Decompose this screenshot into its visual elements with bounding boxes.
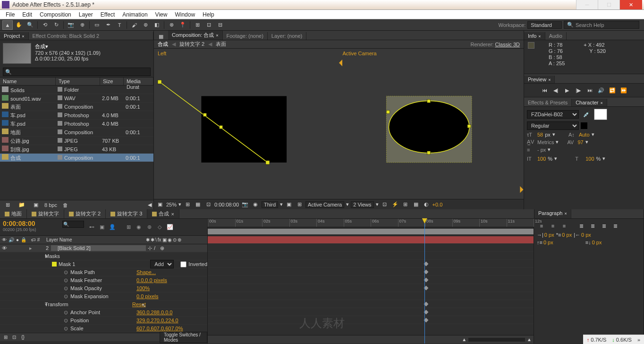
layer-row[interactable]: 👁 ▸ 2 [Black Solid 2] ⊹/⊕ bbox=[0, 244, 207, 252]
local-axis-button[interactable]: ⊞ bbox=[192, 20, 203, 30]
tab-audio[interactable]: Audio bbox=[545, 32, 567, 40]
tab-composition[interactable]: Composition: 合成× bbox=[168, 31, 223, 40]
breadcrumb-item[interactable]: 表面 bbox=[216, 41, 226, 48]
tl-tab-active[interactable]: 合成× bbox=[147, 209, 179, 218]
roto-tool[interactable]: ⊗ bbox=[166, 20, 177, 30]
mask-row[interactable]: ▾ Mask 1 Add Inverted bbox=[0, 260, 207, 268]
reset-exposure-button[interactable]: ◐ bbox=[422, 201, 431, 208]
twirl-button[interactable]: ▸ bbox=[29, 245, 35, 251]
current-time[interactable]: 0:00:08:00 bbox=[214, 202, 239, 207]
font-style-select[interactable]: Regular bbox=[527, 121, 579, 130]
property-row[interactable]: ⊙Mask Opacity100% bbox=[0, 284, 207, 292]
resolution-button[interactable]: ⊞ bbox=[183, 201, 192, 208]
project-item[interactable]: 车.psd Photoshop 4.0 MB bbox=[0, 120, 153, 128]
twirl-button[interactable]: ▾ bbox=[0, 301, 45, 308]
justify-left-button[interactable]: ≣ bbox=[576, 222, 586, 230]
font-size-input[interactable]: 58 bbox=[537, 132, 543, 138]
timeline-zoom-slider[interactable] bbox=[468, 338, 525, 342]
vscale-input[interactable]: 100 bbox=[537, 156, 546, 162]
snapshot-button[interactable]: 📷 bbox=[241, 201, 249, 208]
timeline-workarea[interactable] bbox=[208, 227, 534, 236]
selection-tool[interactable]: ▲ bbox=[2, 20, 13, 30]
stroke-color[interactable] bbox=[581, 122, 587, 129]
project-item[interactable]: 刮痕.jpg JPEG 43 KB bbox=[0, 145, 153, 154]
new-comp-button[interactable]: ▣ bbox=[31, 200, 41, 210]
prev-frame-button[interactable]: ◀| bbox=[551, 86, 560, 94]
brush-tool[interactable]: 🖌 bbox=[129, 20, 139, 30]
timeline-timecode[interactable]: 0:00:08:00 bbox=[3, 220, 59, 227]
breadcrumb-item[interactable]: 旋转文字 2 bbox=[179, 41, 204, 48]
hand-tool[interactable]: ✋ bbox=[14, 20, 24, 30]
col-layer-name[interactable]: Layer Name bbox=[43, 237, 146, 242]
eyedropper-button[interactable]: 💉 bbox=[581, 110, 592, 119]
timeline-tracks[interactable] bbox=[208, 236, 534, 335]
close-icon[interactable]: × bbox=[22, 34, 24, 39]
camera-tool[interactable]: 📷 bbox=[66, 20, 76, 30]
project-item[interactable]: 合成 Composition 0:00:1 bbox=[0, 154, 153, 162]
channel-button[interactable]: ◉ bbox=[251, 201, 260, 208]
comp-view-left[interactable]: Left bbox=[154, 49, 339, 199]
ram-preview-button[interactable]: ⏩ bbox=[619, 86, 628, 94]
tl-tab[interactable]: 旋转文字 bbox=[27, 209, 64, 218]
twirl-button[interactable]: ▾ bbox=[0, 261, 52, 267]
masks-section[interactable]: ▾ Masks bbox=[0, 252, 207, 260]
property-row[interactable]: ⊙Mask Expansion0.0 pixels bbox=[0, 292, 207, 301]
close-button[interactable]: ✕ bbox=[619, 0, 642, 9]
workspace-select[interactable]: Standard bbox=[527, 21, 562, 29]
col-name[interactable]: Name bbox=[0, 77, 56, 85]
menu-animation[interactable]: Animation bbox=[119, 11, 151, 18]
mask-mode-select[interactable]: Add bbox=[150, 260, 174, 268]
clone-tool[interactable]: ⊛ bbox=[140, 20, 151, 30]
project-item[interactable]: 公路.jpg JPEG 707 KB bbox=[0, 137, 153, 145]
transform-section[interactable]: ▾ Transform Reset ↖ bbox=[0, 301, 207, 309]
rotate-tool[interactable]: ↻ bbox=[51, 20, 61, 30]
tab-effect-controls[interactable]: Effect Controls: Black Solid 2 bbox=[29, 32, 153, 40]
leading-input[interactable]: Auto bbox=[579, 132, 590, 138]
tab-effects-presets[interactable]: Effects & Presets bbox=[524, 99, 572, 106]
tab-layer[interactable]: Layer: (none) bbox=[268, 32, 306, 40]
views-select[interactable]: 2 Views bbox=[351, 201, 373, 208]
eraser-tool[interactable]: ◧ bbox=[152, 20, 162, 30]
menu-window[interactable]: Window bbox=[171, 11, 199, 18]
fast-preview-button[interactable]: ⚡ bbox=[391, 201, 399, 208]
interpret-footage-button[interactable]: ⊞ bbox=[2, 200, 13, 210]
close-icon[interactable]: × bbox=[216, 33, 218, 38]
comp-name[interactable]: 合成▾ bbox=[35, 43, 101, 50]
property-row[interactable]: ⊙Mask Feather0.0,0.0 pixels bbox=[0, 276, 207, 284]
video-toggle[interactable]: 👁 bbox=[2, 245, 7, 251]
resolution-select[interactable]: Third bbox=[262, 201, 278, 208]
minimize-button[interactable]: ─ bbox=[576, 0, 598, 9]
col-type[interactable]: Type bbox=[56, 77, 100, 85]
graph-editor-button[interactable]: 📈 bbox=[165, 223, 175, 232]
zoom-in-button[interactable]: ▲ bbox=[527, 337, 532, 342]
search-help-input[interactable]: 🔍 Search Help bbox=[564, 21, 639, 29]
tab-character[interactable]: Character× bbox=[572, 99, 607, 106]
delete-button[interactable]: 🗑 bbox=[60, 200, 71, 210]
mute-button[interactable]: 🔊 bbox=[597, 86, 605, 94]
breadcrumb-item[interactable]: 合成 bbox=[158, 41, 168, 48]
property-row[interactable]: ⊙Position329.0,270.0,224.0 bbox=[0, 317, 207, 325]
world-axis-button[interactable]: ⊡ bbox=[203, 20, 214, 30]
bpc-label[interactable]: 8 bpc bbox=[44, 202, 57, 208]
flowchart-button[interactable]: ▦ bbox=[158, 33, 164, 40]
col-size[interactable]: Size bbox=[100, 77, 124, 85]
hide-shy-button[interactable]: 👤 bbox=[108, 223, 117, 232]
twirl-button[interactable]: ▾ bbox=[0, 253, 45, 259]
menu-file[interactable]: File bbox=[2, 11, 18, 18]
tracking-input[interactable]: 97 bbox=[577, 139, 583, 145]
mask-color[interactable] bbox=[52, 262, 57, 267]
tl-tab[interactable]: 旋转文字 2 bbox=[64, 209, 106, 218]
property-row[interactable]: ⊙Anchor Point360.0,288.0,0.0 bbox=[0, 309, 207, 317]
text-tool[interactable]: T bbox=[114, 20, 125, 30]
menu-view[interactable]: View bbox=[152, 11, 171, 18]
hscale-input[interactable]: 100 bbox=[585, 156, 594, 162]
pan-behind-tool[interactable]: ⊕ bbox=[77, 20, 87, 30]
toggle-bracket-button[interactable]: {} bbox=[19, 333, 27, 342]
last-frame-button[interactable]: ⏭ bbox=[585, 86, 594, 94]
tab-project[interactable]: Project× bbox=[0, 32, 29, 40]
project-item[interactable]: 地面 Composition 0:00:1 bbox=[0, 128, 153, 137]
kerning-input[interactable]: Metrics bbox=[537, 139, 554, 145]
timeline-button[interactable]: ⊞ bbox=[401, 201, 410, 208]
menu-layer[interactable]: Layer bbox=[75, 11, 97, 18]
shape-tool[interactable]: ▭ bbox=[92, 20, 102, 30]
